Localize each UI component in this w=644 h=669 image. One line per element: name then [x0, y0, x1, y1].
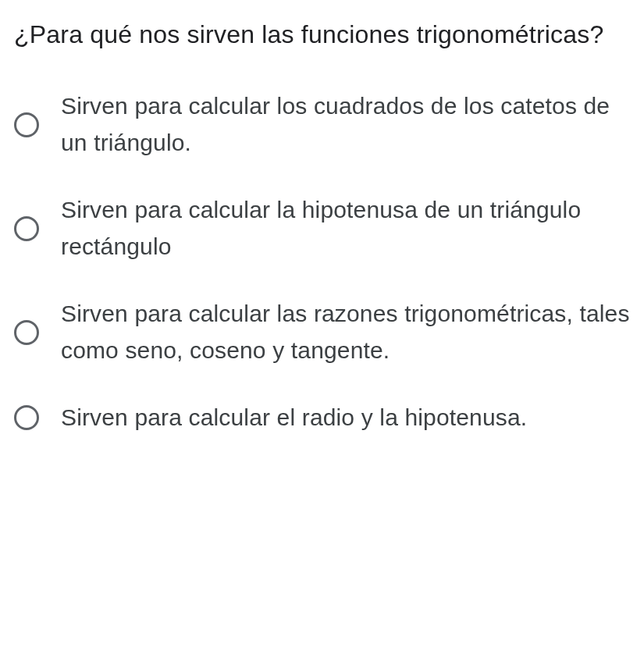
option-row[interactable]: Sirven para calcular los cuadrados de lo…	[14, 88, 630, 161]
option-row[interactable]: Sirven para calcular las razones trigono…	[14, 296, 630, 368]
radio-button-icon[interactable]	[14, 216, 39, 241]
question-title: ¿Para qué nos sirven las funciones trigo…	[14, 16, 630, 53]
radio-button-icon[interactable]	[14, 320, 39, 345]
option-row[interactable]: Sirven para calcular el radio y la hipot…	[14, 400, 630, 436]
option-label: Sirven para calcular la hipotenusa de un…	[61, 192, 630, 265]
option-label: Sirven para calcular el radio y la hipot…	[61, 400, 527, 436]
option-row[interactable]: Sirven para calcular la hipotenusa de un…	[14, 192, 630, 265]
options-container: Sirven para calcular los cuadrados de lo…	[14, 88, 630, 436]
option-label: Sirven para calcular las razones trigono…	[61, 296, 630, 368]
option-label: Sirven para calcular los cuadrados de lo…	[61, 88, 630, 161]
radio-button-icon[interactable]	[14, 112, 39, 137]
radio-button-icon[interactable]	[14, 405, 39, 430]
